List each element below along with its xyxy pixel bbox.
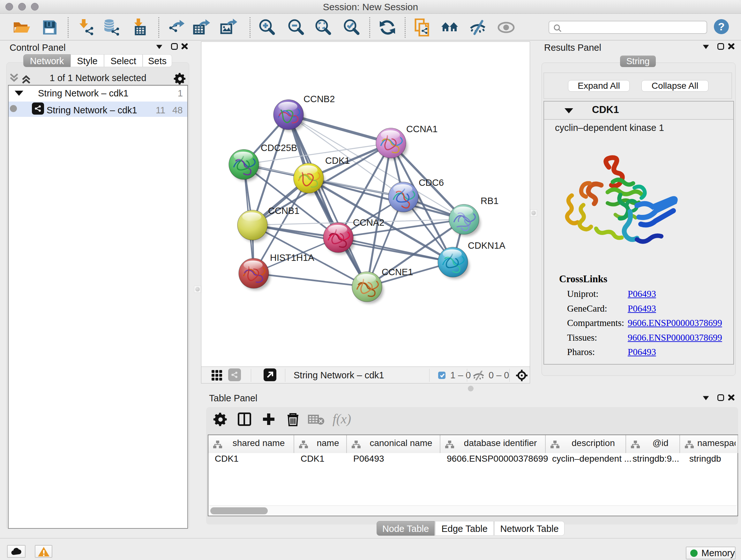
svg-text:CCNB1: CCNB1: [268, 206, 299, 216]
svg-text:CDC25B: CDC25B: [261, 143, 297, 153]
svg-text:CCNE1: CCNE1: [382, 267, 413, 277]
svg-text:CCNB2: CCNB2: [304, 94, 335, 104]
svg-text:HIST1H1A: HIST1H1A: [270, 253, 314, 263]
svg-text:CDKN1A: CDKN1A: [468, 240, 506, 251]
svg-text:CDC6: CDC6: [419, 178, 444, 188]
svg-text:CCNA2: CCNA2: [353, 217, 384, 228]
svg-text:RB1: RB1: [481, 196, 498, 206]
svg-text:CCNA1: CCNA1: [406, 124, 437, 134]
svg-text:CDK1: CDK1: [325, 155, 350, 166]
